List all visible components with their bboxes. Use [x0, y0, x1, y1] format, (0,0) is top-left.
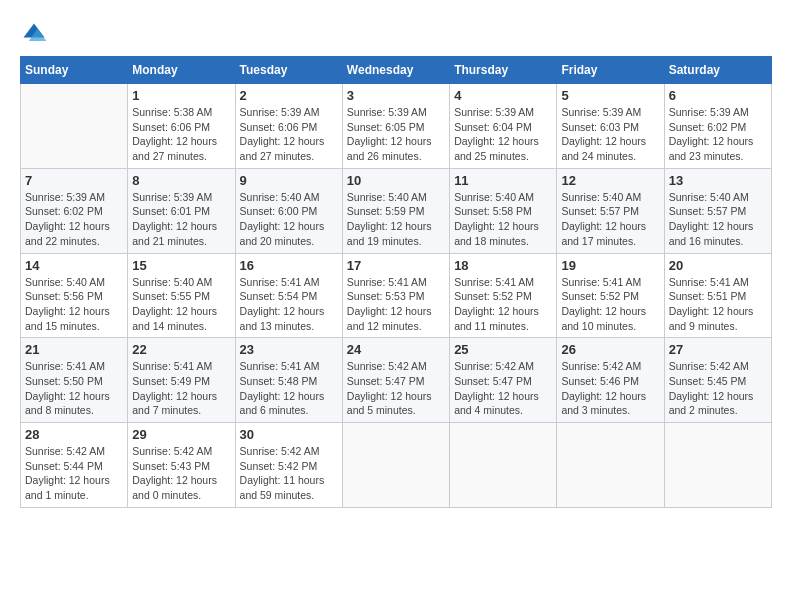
day-number: 25 — [454, 342, 552, 357]
day-number: 1 — [132, 88, 230, 103]
calendar-cell: 21Sunrise: 5:41 AM Sunset: 5:50 PM Dayli… — [21, 338, 128, 423]
calendar-cell: 6Sunrise: 5:39 AM Sunset: 6:02 PM Daylig… — [664, 84, 771, 169]
day-number: 19 — [561, 258, 659, 273]
day-info: Sunrise: 5:42 AM Sunset: 5:43 PM Dayligh… — [132, 444, 230, 503]
calendar-cell: 11Sunrise: 5:40 AM Sunset: 5:58 PM Dayli… — [450, 168, 557, 253]
day-number: 11 — [454, 173, 552, 188]
calendar-cell: 27Sunrise: 5:42 AM Sunset: 5:45 PM Dayli… — [664, 338, 771, 423]
day-info: Sunrise: 5:41 AM Sunset: 5:54 PM Dayligh… — [240, 275, 338, 334]
day-info: Sunrise: 5:41 AM Sunset: 5:49 PM Dayligh… — [132, 359, 230, 418]
calendar-week-3: 14Sunrise: 5:40 AM Sunset: 5:56 PM Dayli… — [21, 253, 772, 338]
day-number: 21 — [25, 342, 123, 357]
day-info: Sunrise: 5:42 AM Sunset: 5:42 PM Dayligh… — [240, 444, 338, 503]
calendar-cell: 19Sunrise: 5:41 AM Sunset: 5:52 PM Dayli… — [557, 253, 664, 338]
calendar-cell: 23Sunrise: 5:41 AM Sunset: 5:48 PM Dayli… — [235, 338, 342, 423]
calendar-cell — [342, 423, 449, 508]
day-info: Sunrise: 5:39 AM Sunset: 6:05 PM Dayligh… — [347, 105, 445, 164]
day-number: 22 — [132, 342, 230, 357]
day-number: 28 — [25, 427, 123, 442]
day-number: 16 — [240, 258, 338, 273]
calendar-cell: 5Sunrise: 5:39 AM Sunset: 6:03 PM Daylig… — [557, 84, 664, 169]
calendar-cell: 9Sunrise: 5:40 AM Sunset: 6:00 PM Daylig… — [235, 168, 342, 253]
day-info: Sunrise: 5:39 AM Sunset: 6:02 PM Dayligh… — [25, 190, 123, 249]
calendar-cell: 18Sunrise: 5:41 AM Sunset: 5:52 PM Dayli… — [450, 253, 557, 338]
calendar-cell — [21, 84, 128, 169]
weekday-header-saturday: Saturday — [664, 57, 771, 84]
calendar-cell: 1Sunrise: 5:38 AM Sunset: 6:06 PM Daylig… — [128, 84, 235, 169]
calendar-cell: 22Sunrise: 5:41 AM Sunset: 5:49 PM Dayli… — [128, 338, 235, 423]
calendar-cell: 15Sunrise: 5:40 AM Sunset: 5:55 PM Dayli… — [128, 253, 235, 338]
day-info: Sunrise: 5:42 AM Sunset: 5:46 PM Dayligh… — [561, 359, 659, 418]
day-number: 3 — [347, 88, 445, 103]
calendar-cell: 25Sunrise: 5:42 AM Sunset: 5:47 PM Dayli… — [450, 338, 557, 423]
logo — [20, 20, 52, 48]
calendar-cell: 13Sunrise: 5:40 AM Sunset: 5:57 PM Dayli… — [664, 168, 771, 253]
day-info: Sunrise: 5:41 AM Sunset: 5:48 PM Dayligh… — [240, 359, 338, 418]
day-info: Sunrise: 5:39 AM Sunset: 6:01 PM Dayligh… — [132, 190, 230, 249]
day-info: Sunrise: 5:42 AM Sunset: 5:47 PM Dayligh… — [347, 359, 445, 418]
calendar-cell: 4Sunrise: 5:39 AM Sunset: 6:04 PM Daylig… — [450, 84, 557, 169]
day-number: 4 — [454, 88, 552, 103]
calendar-cell: 14Sunrise: 5:40 AM Sunset: 5:56 PM Dayli… — [21, 253, 128, 338]
calendar-cell: 26Sunrise: 5:42 AM Sunset: 5:46 PM Dayli… — [557, 338, 664, 423]
calendar-cell: 30Sunrise: 5:42 AM Sunset: 5:42 PM Dayli… — [235, 423, 342, 508]
day-info: Sunrise: 5:42 AM Sunset: 5:44 PM Dayligh… — [25, 444, 123, 503]
calendar-body: 1Sunrise: 5:38 AM Sunset: 6:06 PM Daylig… — [21, 84, 772, 508]
day-number: 9 — [240, 173, 338, 188]
day-number: 8 — [132, 173, 230, 188]
day-info: Sunrise: 5:40 AM Sunset: 5:59 PM Dayligh… — [347, 190, 445, 249]
day-number: 12 — [561, 173, 659, 188]
day-number: 26 — [561, 342, 659, 357]
calendar-cell: 20Sunrise: 5:41 AM Sunset: 5:51 PM Dayli… — [664, 253, 771, 338]
day-number: 23 — [240, 342, 338, 357]
calendar-week-5: 28Sunrise: 5:42 AM Sunset: 5:44 PM Dayli… — [21, 423, 772, 508]
day-info: Sunrise: 5:40 AM Sunset: 5:56 PM Dayligh… — [25, 275, 123, 334]
calendar-cell — [450, 423, 557, 508]
day-info: Sunrise: 5:40 AM Sunset: 5:57 PM Dayligh… — [561, 190, 659, 249]
calendar-cell: 29Sunrise: 5:42 AM Sunset: 5:43 PM Dayli… — [128, 423, 235, 508]
day-info: Sunrise: 5:41 AM Sunset: 5:51 PM Dayligh… — [669, 275, 767, 334]
day-info: Sunrise: 5:39 AM Sunset: 6:03 PM Dayligh… — [561, 105, 659, 164]
weekday-header-monday: Monday — [128, 57, 235, 84]
weekday-header-friday: Friday — [557, 57, 664, 84]
calendar-cell: 16Sunrise: 5:41 AM Sunset: 5:54 PM Dayli… — [235, 253, 342, 338]
day-info: Sunrise: 5:41 AM Sunset: 5:53 PM Dayligh… — [347, 275, 445, 334]
day-number: 14 — [25, 258, 123, 273]
calendar-week-4: 21Sunrise: 5:41 AM Sunset: 5:50 PM Dayli… — [21, 338, 772, 423]
weekday-header-sunday: Sunday — [21, 57, 128, 84]
day-info: Sunrise: 5:38 AM Sunset: 6:06 PM Dayligh… — [132, 105, 230, 164]
calendar-cell: 2Sunrise: 5:39 AM Sunset: 6:06 PM Daylig… — [235, 84, 342, 169]
calendar-cell: 28Sunrise: 5:42 AM Sunset: 5:44 PM Dayli… — [21, 423, 128, 508]
calendar-cell: 12Sunrise: 5:40 AM Sunset: 5:57 PM Dayli… — [557, 168, 664, 253]
day-number: 10 — [347, 173, 445, 188]
day-number: 7 — [25, 173, 123, 188]
calendar-cell: 24Sunrise: 5:42 AM Sunset: 5:47 PM Dayli… — [342, 338, 449, 423]
calendar-table: SundayMondayTuesdayWednesdayThursdayFrid… — [20, 56, 772, 508]
day-info: Sunrise: 5:41 AM Sunset: 5:52 PM Dayligh… — [561, 275, 659, 334]
page-header — [20, 20, 772, 48]
day-number: 5 — [561, 88, 659, 103]
calendar-week-2: 7Sunrise: 5:39 AM Sunset: 6:02 PM Daylig… — [21, 168, 772, 253]
calendar-cell: 7Sunrise: 5:39 AM Sunset: 6:02 PM Daylig… — [21, 168, 128, 253]
logo-icon — [20, 20, 48, 48]
day-number: 27 — [669, 342, 767, 357]
day-number: 24 — [347, 342, 445, 357]
day-info: Sunrise: 5:39 AM Sunset: 6:04 PM Dayligh… — [454, 105, 552, 164]
day-info: Sunrise: 5:40 AM Sunset: 5:57 PM Dayligh… — [669, 190, 767, 249]
day-number: 20 — [669, 258, 767, 273]
day-info: Sunrise: 5:41 AM Sunset: 5:52 PM Dayligh… — [454, 275, 552, 334]
day-info: Sunrise: 5:40 AM Sunset: 6:00 PM Dayligh… — [240, 190, 338, 249]
day-number: 17 — [347, 258, 445, 273]
calendar-header: SundayMondayTuesdayWednesdayThursdayFrid… — [21, 57, 772, 84]
day-info: Sunrise: 5:40 AM Sunset: 5:55 PM Dayligh… — [132, 275, 230, 334]
day-number: 18 — [454, 258, 552, 273]
calendar-cell: 3Sunrise: 5:39 AM Sunset: 6:05 PM Daylig… — [342, 84, 449, 169]
day-info: Sunrise: 5:41 AM Sunset: 5:50 PM Dayligh… — [25, 359, 123, 418]
day-number: 13 — [669, 173, 767, 188]
day-number: 30 — [240, 427, 338, 442]
day-number: 6 — [669, 88, 767, 103]
calendar-cell: 10Sunrise: 5:40 AM Sunset: 5:59 PM Dayli… — [342, 168, 449, 253]
weekday-header-tuesday: Tuesday — [235, 57, 342, 84]
calendar-cell: 8Sunrise: 5:39 AM Sunset: 6:01 PM Daylig… — [128, 168, 235, 253]
day-number: 2 — [240, 88, 338, 103]
